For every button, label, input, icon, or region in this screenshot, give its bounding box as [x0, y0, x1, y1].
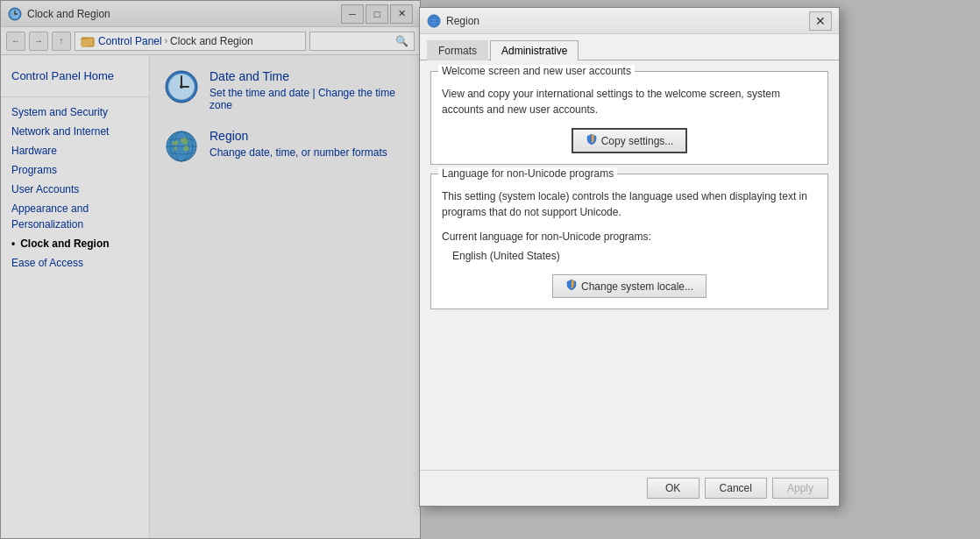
unicode-programs-title: Language for non-Unicode programs [438, 167, 617, 180]
apply-button[interactable]: Apply [772, 478, 828, 499]
dialog-close-button[interactable]: ✕ [809, 11, 832, 31]
unicode-programs-description: This setting (system locale) controls th… [442, 188, 817, 220]
dialog-footer: OK Cancel Apply [420, 470, 839, 506]
dialog-body: Welcome screen and new user accounts Vie… [420, 60, 839, 470]
change-locale-label: Change system locale... [581, 280, 693, 293]
shield-icon-copy [586, 133, 598, 148]
tab-formats[interactable]: Formats [427, 40, 488, 60]
cancel-button[interactable]: Cancel [705, 478, 767, 499]
unicode-programs-group: Language for non-Unicode programs This s… [430, 174, 828, 309]
dialog-tabs: Formats Administrative [420, 34, 839, 60]
current-lang-label-container: Current language for non-Unicode program… [442, 229, 817, 245]
dialog-titlebar: Region ✕ [420, 8, 839, 34]
tab-administrative[interactable]: Administrative [490, 40, 579, 60]
copy-settings-button[interactable]: Copy settings... [572, 128, 688, 153]
change-locale-button[interactable]: Change system locale... [552, 274, 707, 298]
ok-button[interactable]: OK [647, 478, 699, 499]
welcome-screen-group: Welcome screen and new user accounts Vie… [430, 71, 828, 165]
copy-settings-btn-container: Copy settings... [442, 128, 817, 153]
dialog-title-icon [427, 14, 441, 28]
copy-settings-label: Copy settings... [601, 135, 674, 147]
current-lang-value: English (United States) [442, 248, 817, 264]
welcome-screen-description: View and copy your international setting… [442, 86, 817, 117]
dialog-title-text: Region [446, 15, 809, 27]
change-locale-btn-container: Change system locale... [442, 274, 817, 298]
shield-icon-locale [565, 279, 578, 294]
welcome-screen-title: Welcome screen and new user accounts [438, 65, 635, 77]
region-dialog: Region ✕ Formats Administrative Welcome … [419, 7, 840, 507]
current-lang-label: Current language for non-Unicode program… [442, 230, 651, 243]
